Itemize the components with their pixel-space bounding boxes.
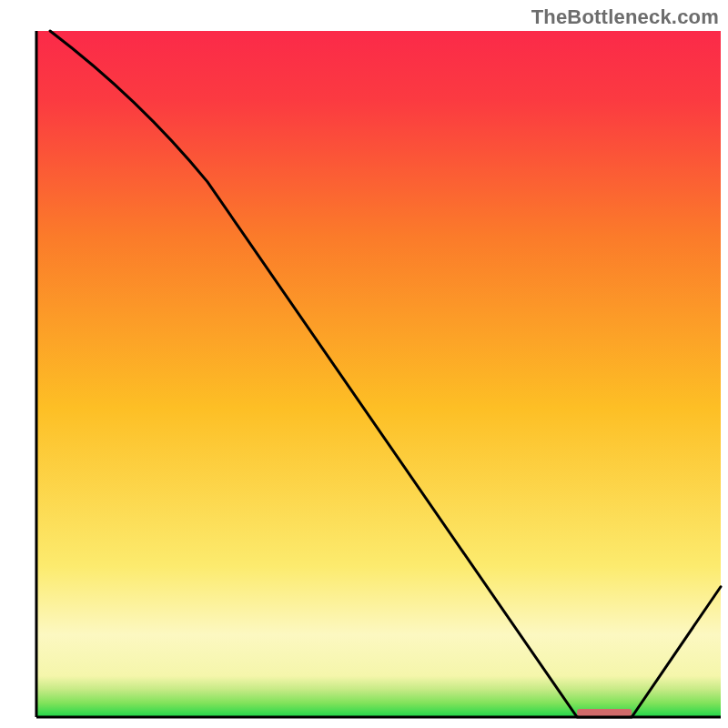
- optimal-range-bar: [577, 709, 632, 716]
- watermark-text: TheBottleneck.com: [531, 5, 719, 29]
- bottleneck-chart: [0, 0, 728, 728]
- chart-background: [36, 31, 721, 717]
